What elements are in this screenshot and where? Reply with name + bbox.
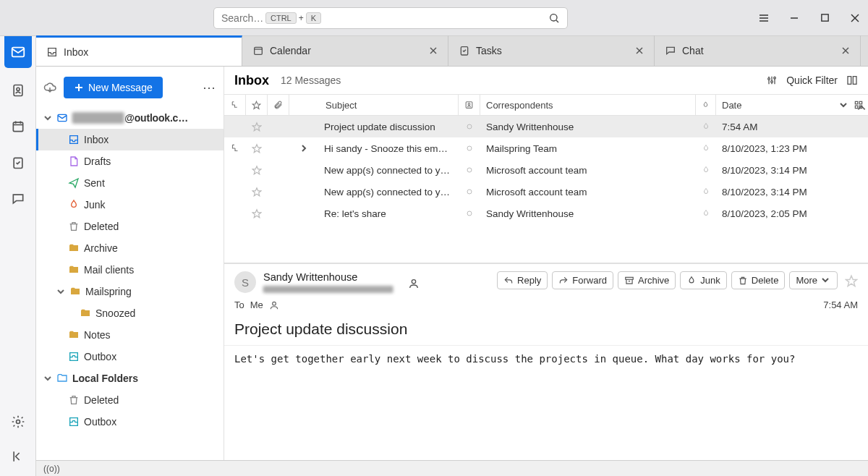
message-row[interactable]: Re: let's shareSandy Writtenhouse8/10/20… (224, 203, 868, 224)
mail-space-button[interactable] (4, 36, 32, 68)
read-dot-icon[interactable] (459, 137, 480, 159)
folder-archive[interactable]: Archive (36, 237, 224, 259)
search-input[interactable] (221, 12, 265, 24)
chevron-down-icon[interactable] (839, 101, 848, 109)
tab-close-icon[interactable] (841, 46, 850, 55)
tasks-space-button[interactable] (4, 149, 32, 177)
close-icon[interactable] (849, 12, 861, 24)
star-icon[interactable] (845, 274, 858, 287)
account-row[interactable]: xxxxxxxxx@outlook.c… (36, 107, 224, 129)
tab-tasks[interactable]: Tasks (448, 35, 655, 66)
get-messages-icon[interactable] (43, 81, 56, 94)
folder-outbox[interactable]: Outbox (36, 346, 224, 367)
list-title: Inbox (234, 73, 269, 88)
expand-icon[interactable] (289, 203, 318, 224)
snooze-icon[interactable] (696, 137, 716, 159)
snooze-icon[interactable] (696, 159, 716, 181)
folder-local-deleted[interactable]: Deleted (36, 389, 224, 411)
folder-inbox[interactable]: Inbox (36, 129, 224, 150)
settings-button[interactable] (4, 408, 32, 435)
new-message-button[interactable]: New Message (64, 77, 163, 98)
expand-icon[interactable] (289, 137, 318, 159)
star-icon[interactable] (246, 181, 268, 203)
tab-close-icon[interactable] (635, 46, 644, 55)
thread-toggle-icon[interactable] (224, 203, 246, 224)
col-star[interactable] (246, 95, 268, 115)
calendar-space-button[interactable] (4, 113, 32, 140)
expand-icon[interactable] (289, 116, 318, 137)
message-row[interactable]: Project update discussionSandy Writtenho… (224, 116, 868, 137)
thread-toggle-icon[interactable] (224, 159, 246, 181)
col-attachment[interactable] (268, 95, 289, 115)
star-icon[interactable] (246, 203, 268, 224)
col-thread[interactable] (224, 95, 246, 115)
folder-mailspring[interactable]: Mailspring (36, 281, 224, 302)
snooze-icon[interactable] (696, 181, 716, 203)
star-icon[interactable] (246, 116, 268, 137)
search-icon[interactable] (548, 12, 560, 24)
star-icon[interactable] (246, 159, 268, 181)
col-date[interactable]: Date (716, 95, 868, 115)
maximize-icon[interactable] (819, 12, 830, 24)
col-correspondents[interactable]: Correspondents (480, 95, 696, 115)
chevron-down-icon[interactable] (56, 287, 65, 296)
tab-inbox[interactable]: Inbox (36, 35, 242, 66)
sliders-icon[interactable] (766, 75, 778, 86)
more-button[interactable]: More (789, 271, 838, 289)
read-dot-icon[interactable] (459, 116, 480, 137)
titlebar: CTRL + K (0, 0, 868, 36)
sync-indicator[interactable]: ((o)) (43, 464, 60, 474)
col-snooze[interactable] (696, 95, 716, 115)
hamburger-icon[interactable] (758, 12, 770, 24)
message-row[interactable]: Hi sandy - Snooze this em…Mailspring Tea… (224, 137, 868, 159)
thread-toggle-icon[interactable] (224, 181, 246, 203)
quick-filter-button[interactable]: Quick Filter (786, 75, 838, 86)
local-folders-row[interactable]: Local Folders (36, 367, 224, 389)
col-contacts-icon[interactable] (459, 95, 480, 115)
folder-deleted[interactable]: Deleted (36, 216, 224, 237)
folder-mail-clients[interactable]: Mail clients (36, 259, 224, 281)
minimize-icon[interactable] (788, 12, 800, 24)
expand-icon[interactable] (289, 181, 318, 203)
thread-toggle-icon[interactable] (224, 137, 246, 159)
tab-close-icon[interactable] (429, 46, 438, 55)
tab-calendar[interactable]: Calendar (242, 35, 448, 66)
folder-junk[interactable]: Junk (36, 194, 224, 216)
delete-button[interactable]: Delete (731, 271, 786, 289)
forward-button[interactable]: Forward (552, 271, 613, 289)
svg-point-35 (771, 81, 773, 83)
contact-card-icon[interactable] (408, 278, 420, 289)
chevron-down-icon[interactable] (43, 114, 52, 122)
snooze-icon[interactable] (696, 203, 716, 224)
message-row[interactable]: New app(s) connected to y…Microsoft acco… (224, 159, 868, 181)
more-menu-button[interactable]: ⋯ (203, 80, 216, 95)
folder-notes[interactable]: Notes (36, 324, 224, 346)
tab-chat[interactable]: Chat (655, 35, 861, 66)
folder-snoozed[interactable]: Snoozed (36, 302, 224, 324)
folder-drafts[interactable]: Drafts (36, 150, 224, 172)
collapse-rail-button[interactable] (4, 443, 32, 470)
message-row[interactable]: New app(s) connected to y…Microsoft acco… (224, 181, 868, 203)
svg-rect-12 (13, 122, 22, 132)
col-subject[interactable]: Subject (289, 95, 459, 115)
read-dot-icon[interactable] (459, 203, 480, 224)
expand-icon[interactable] (289, 159, 318, 181)
chat-space-button[interactable] (4, 185, 32, 213)
display-options-icon[interactable] (846, 75, 858, 86)
star-icon[interactable] (246, 137, 268, 159)
column-picker-icon[interactable] (854, 100, 864, 110)
folder-local-outbox[interactable]: Outbox (36, 411, 224, 433)
chevron-down-icon[interactable] (43, 374, 52, 383)
archive-button[interactable]: Archive (618, 271, 676, 289)
reply-button[interactable]: Reply (497, 271, 548, 289)
row-date: 8/10/2023, 3:14 PM (716, 181, 868, 203)
contact-inline-icon[interactable] (269, 300, 279, 310)
thread-toggle-icon[interactable] (224, 116, 246, 137)
read-dot-icon[interactable] (459, 159, 480, 181)
folder-sent[interactable]: Sent (36, 172, 224, 194)
global-search[interactable]: CTRL + K (213, 7, 568, 29)
snooze-icon[interactable] (696, 116, 716, 137)
read-dot-icon[interactable] (459, 181, 480, 203)
junk-button[interactable]: Junk (680, 271, 726, 289)
address-book-space-button[interactable] (4, 77, 32, 104)
